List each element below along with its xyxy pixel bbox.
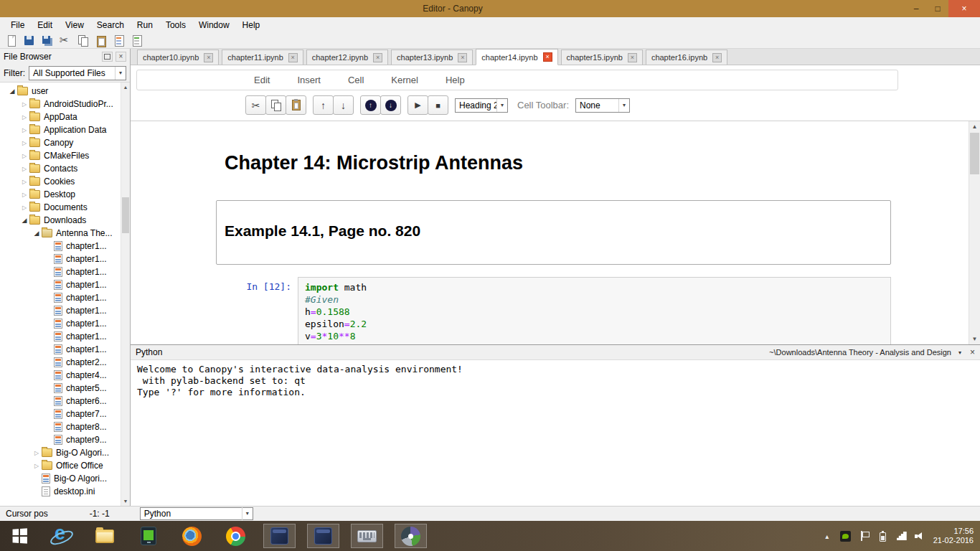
menu-help[interactable]: Help xyxy=(236,19,267,32)
expand-icon[interactable]: ▷ xyxy=(19,101,29,108)
scroll-up-icon[interactable]: ▲ xyxy=(969,121,980,132)
tree-item-desktop-ini[interactable]: desktop.ini xyxy=(0,485,130,498)
notebook-scrollbar[interactable]: ▲ ▼ xyxy=(969,121,980,344)
tree-item-chapter9[interactable]: chapter9... xyxy=(0,433,130,446)
tray-tray-expand[interactable]: ▴ xyxy=(821,530,833,542)
expand-icon[interactable]: ▷ xyxy=(19,114,29,121)
tray-nvidia[interactable] xyxy=(840,530,852,542)
paste-button[interactable] xyxy=(93,33,109,48)
code-cell[interactable]: In [12]: import math#Givenh=0.1588epsilo… xyxy=(216,277,891,344)
tree-item-chapter1[interactable]: chapter1... xyxy=(0,253,130,265)
new-notebook-button[interactable] xyxy=(110,33,127,48)
tree-item-office-office[interactable]: ▷Office Office xyxy=(0,459,130,472)
tray-volume[interactable] xyxy=(915,530,926,542)
menu-tools[interactable]: Tools xyxy=(159,19,192,32)
collapse-icon[interactable]: ◢ xyxy=(19,217,29,224)
tab-close-icon[interactable]: × xyxy=(458,53,467,62)
save-all-button[interactable] xyxy=(39,33,55,48)
expand-icon[interactable]: ▷ xyxy=(19,166,29,172)
maximize-button[interactable]: □ xyxy=(927,0,948,17)
taskbar-chrome[interactable] xyxy=(214,521,258,551)
menu-search[interactable]: Search xyxy=(90,19,131,32)
tree-item-downloads[interactable]: ◢Downloads xyxy=(0,214,130,227)
taskbar-store[interactable] xyxy=(126,521,170,551)
cell-toolbar-select[interactable]: None ▾ xyxy=(575,98,630,113)
tree-item-chapter1[interactable]: chapter1... xyxy=(0,240,130,253)
tab-close-icon[interactable]: × xyxy=(373,53,382,62)
tab-close-icon[interactable]: × xyxy=(543,52,552,62)
console-close-icon[interactable]: × xyxy=(970,347,975,357)
tab-chapter15[interactable]: chapter15.ipynb× xyxy=(561,50,643,65)
tree-item-canopy[interactable]: ▷Canopy xyxy=(0,136,130,149)
tab-chapter14[interactable]: chapter14.ipynb× xyxy=(476,49,557,65)
tray-action-center[interactable] xyxy=(859,530,870,542)
taskbar-canopy-window-1[interactable] xyxy=(258,521,301,551)
file-tree-scrollbar[interactable]: ▲ ▼ xyxy=(121,83,130,506)
menu-view[interactable]: View xyxy=(59,19,90,32)
notebook-menu-insert[interactable]: Insert xyxy=(283,75,334,85)
close-panel-button[interactable]: × xyxy=(116,52,126,62)
kernel-select[interactable]: Python ▾ xyxy=(140,507,253,520)
tree-item-chapter2[interactable]: chapter2... xyxy=(0,356,130,369)
tab-chapter10[interactable]: chapter10.ipynb× xyxy=(137,50,219,65)
tree-item-user[interactable]: ◢user xyxy=(0,85,130,98)
tree-item-big-o-algori[interactable]: Big-O Algori... xyxy=(0,472,130,485)
tree-item-application-data[interactable]: ▷Application Data xyxy=(0,123,130,136)
tree-item-cookies[interactable]: ▷Cookies xyxy=(0,175,130,188)
interrupt-kernel-button[interactable] xyxy=(428,95,448,115)
notebook-menu-cell[interactable]: Cell xyxy=(334,75,377,85)
tree-item-chapter1[interactable]: chapter1... xyxy=(0,330,130,343)
taskbar-canopy[interactable] xyxy=(389,521,433,551)
copy-button[interactable] xyxy=(75,33,91,48)
tree-item-contacts[interactable]: ▷Contacts xyxy=(0,162,130,175)
scrollbar-thumb[interactable] xyxy=(970,133,979,174)
tab-chapter13[interactable]: chapter13.ipynb× xyxy=(391,50,473,65)
scroll-up-icon[interactable]: ▲ xyxy=(121,83,130,92)
notebook-menu-kernel[interactable]: Kernel xyxy=(377,75,432,85)
tree-item-chapter1[interactable]: chapter1... xyxy=(0,278,130,291)
tree-item-chapter8[interactable]: chapter8... xyxy=(0,420,130,433)
scrollbar-thumb[interactable] xyxy=(122,197,129,233)
expand-icon[interactable]: ▷ xyxy=(19,140,29,146)
tab-chapter11[interactable]: chapter11.ipynb× xyxy=(222,50,303,65)
tab-chapter12[interactable]: chapter12.ipynb× xyxy=(306,50,388,65)
taskbar-firefox[interactable] xyxy=(170,521,214,551)
notebook-menu-edit[interactable]: Edit xyxy=(240,75,283,85)
paste-cell-button[interactable] xyxy=(286,95,306,115)
expand-icon[interactable]: ▷ xyxy=(19,192,29,198)
taskbar-start[interactable] xyxy=(0,521,39,551)
tab-close-icon[interactable]: × xyxy=(712,53,722,62)
tab-close-icon[interactable]: × xyxy=(288,53,298,62)
menu-edit[interactable]: Edit xyxy=(31,19,59,32)
expand-icon[interactable]: ▷ xyxy=(32,463,42,469)
tree-item-chapter6[interactable]: chapter6... xyxy=(0,395,130,408)
taskbar-internet-explorer[interactable] xyxy=(39,521,83,551)
selected-heading-cell[interactable]: Example 14.1, Page no. 820 xyxy=(216,200,891,265)
expand-icon[interactable]: ▷ xyxy=(19,153,29,159)
tree-item-chapter1[interactable]: chapter1... xyxy=(0,304,130,317)
tree-item-documents[interactable]: ▷Documents xyxy=(0,201,130,214)
insert-cell-below-button[interactable] xyxy=(380,95,401,115)
tree-item-desktop[interactable]: ▷Desktop xyxy=(0,188,130,201)
tree-item-antenna-the[interactable]: ◢Antenna The... xyxy=(0,227,130,240)
cut-cell-button[interactable] xyxy=(245,95,266,115)
menu-window[interactable]: Window xyxy=(192,19,236,32)
minimize-button[interactable]: – xyxy=(905,0,927,17)
tab-close-icon[interactable]: × xyxy=(204,53,213,62)
tab-close-icon[interactable]: × xyxy=(628,53,637,62)
tray-network[interactable] xyxy=(896,530,908,542)
scroll-down-icon[interactable]: ▼ xyxy=(969,334,980,344)
tree-item-chapter5[interactable]: chapter5... xyxy=(0,382,130,395)
console-menu-icon[interactable]: ▾ xyxy=(958,349,961,356)
tree-item-appdata[interactable]: ▷AppData xyxy=(0,110,130,123)
tray-battery[interactable] xyxy=(877,530,889,542)
console-output[interactable]: Welcome to Canopy's interactive data-ana… xyxy=(131,360,980,506)
expand-icon[interactable]: ▷ xyxy=(19,204,29,211)
run-cell-button[interactable] xyxy=(407,95,428,115)
menu-file[interactable]: File xyxy=(4,19,31,32)
tree-item-chapter7[interactable]: chapter7... xyxy=(0,408,130,420)
cell-type-select[interactable]: Heading 2 ▾ xyxy=(455,98,508,113)
move-cell-down-button[interactable] xyxy=(333,95,354,115)
close-button[interactable]: × xyxy=(948,0,980,17)
code-input[interactable]: import math#Givenh=0.1588epsilon=2.2v=3*… xyxy=(298,277,891,344)
